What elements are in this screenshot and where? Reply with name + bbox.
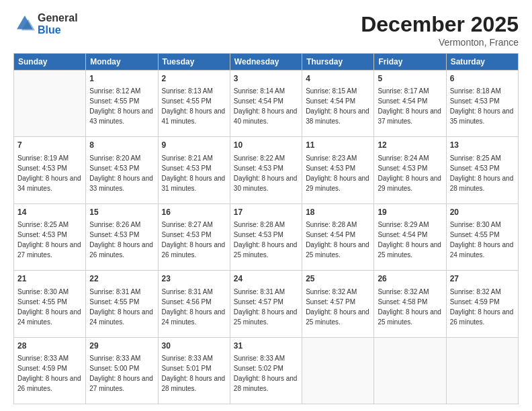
cell-info: Sunrise: 8:32 AMSunset: 4:58 PMDaylight:… xyxy=(378,287,442,327)
logo-icon xyxy=(13,13,35,35)
day-number: 26 xyxy=(378,273,442,285)
cell-info: Sunrise: 8:26 AMSunset: 4:53 PMDaylight:… xyxy=(89,220,154,260)
table-row: 25Sunrise: 8:32 AMSunset: 4:57 PMDayligh… xyxy=(302,271,374,337)
col-wednesday: Wednesday xyxy=(230,54,302,71)
table-row: 19Sunrise: 8:29 AMSunset: 4:54 PMDayligh… xyxy=(374,203,446,270)
day-number: 16 xyxy=(162,207,226,218)
table-row: 29Sunrise: 8:33 AMSunset: 5:00 PMDayligh… xyxy=(86,337,158,404)
day-number: 31 xyxy=(234,340,298,352)
day-number: 8 xyxy=(89,140,154,151)
table-row: 12Sunrise: 8:24 AMSunset: 4:53 PMDayligh… xyxy=(374,137,446,203)
header: General Blue December 2025 Vermonton, Fr… xyxy=(13,12,519,48)
table-row: 6Sunrise: 8:18 AMSunset: 4:53 PMDaylight… xyxy=(446,71,518,137)
table-row: 11Sunrise: 8:23 AMSunset: 4:53 PMDayligh… xyxy=(302,137,374,203)
table-row: 9Sunrise: 8:21 AMSunset: 4:53 PMDaylight… xyxy=(158,137,230,203)
cell-info: Sunrise: 8:33 AMSunset: 5:01 PMDaylight:… xyxy=(162,353,226,394)
col-monday: Monday xyxy=(86,54,158,71)
day-number: 5 xyxy=(378,73,442,85)
day-number: 27 xyxy=(450,273,515,285)
calendar-week-5: 28Sunrise: 8:33 AMSunset: 4:59 PMDayligh… xyxy=(14,337,519,404)
cell-info: Sunrise: 8:30 AMSunset: 4:55 PMDaylight:… xyxy=(450,220,515,260)
cell-info: Sunrise: 8:33 AMSunset: 4:59 PMDaylight:… xyxy=(17,353,82,394)
cell-info: Sunrise: 8:20 AMSunset: 4:53 PMDaylight:… xyxy=(89,153,154,193)
day-number: 29 xyxy=(89,340,154,352)
table-row: 18Sunrise: 8:28 AMSunset: 4:54 PMDayligh… xyxy=(302,203,374,270)
table-row: 1Sunrise: 8:12 AMSunset: 4:55 PMDaylight… xyxy=(86,71,158,137)
cell-info: Sunrise: 8:25 AMSunset: 4:53 PMDaylight:… xyxy=(450,153,515,193)
day-number: 21 xyxy=(17,273,82,285)
cell-info: Sunrise: 8:32 AMSunset: 4:59 PMDaylight:… xyxy=(450,287,515,327)
table-row: 30Sunrise: 8:33 AMSunset: 5:01 PMDayligh… xyxy=(158,337,230,404)
col-sunday: Sunday xyxy=(14,54,86,71)
cell-info: Sunrise: 8:33 AMSunset: 5:00 PMDaylight:… xyxy=(89,353,154,394)
cell-info: Sunrise: 8:17 AMSunset: 4:54 PMDaylight:… xyxy=(378,86,442,126)
table-row: 2Sunrise: 8:13 AMSunset: 4:55 PMDaylight… xyxy=(158,71,230,137)
table-row: 8Sunrise: 8:20 AMSunset: 4:53 PMDaylight… xyxy=(86,137,158,203)
cell-info: Sunrise: 8:33 AMSunset: 5:02 PMDaylight:… xyxy=(234,353,298,394)
main-title: December 2025 xyxy=(361,12,519,37)
table-row: 17Sunrise: 8:28 AMSunset: 4:53 PMDayligh… xyxy=(230,203,302,270)
day-number: 13 xyxy=(450,140,515,151)
calendar-header-row: Sunday Monday Tuesday Wednesday Thursday… xyxy=(14,54,519,71)
table-row: 5Sunrise: 8:17 AMSunset: 4:54 PMDaylight… xyxy=(374,71,446,137)
title-block: December 2025 Vermonton, France xyxy=(361,12,519,48)
cell-info: Sunrise: 8:13 AMSunset: 4:55 PMDaylight:… xyxy=(162,86,226,126)
cell-info: Sunrise: 8:28 AMSunset: 4:53 PMDaylight:… xyxy=(234,220,298,260)
day-number: 9 xyxy=(162,140,226,151)
col-tuesday: Tuesday xyxy=(158,54,230,71)
page: General Blue December 2025 Vermonton, Fr… xyxy=(0,0,532,411)
table-row: 14Sunrise: 8:25 AMSunset: 4:53 PMDayligh… xyxy=(14,203,86,270)
col-thursday: Thursday xyxy=(302,54,374,71)
cell-info: Sunrise: 8:28 AMSunset: 4:54 PMDaylight:… xyxy=(306,220,370,260)
table-row: 15Sunrise: 8:26 AMSunset: 4:53 PMDayligh… xyxy=(86,203,158,270)
table-row: 13Sunrise: 8:25 AMSunset: 4:53 PMDayligh… xyxy=(446,137,518,203)
day-number: 23 xyxy=(162,273,226,285)
cell-info: Sunrise: 8:14 AMSunset: 4:54 PMDaylight:… xyxy=(234,86,298,126)
day-number: 28 xyxy=(17,340,82,352)
cell-info: Sunrise: 8:32 AMSunset: 4:57 PMDaylight:… xyxy=(306,287,370,327)
day-number: 4 xyxy=(306,73,370,85)
day-number: 12 xyxy=(378,140,442,151)
day-number: 1 xyxy=(89,73,154,85)
day-number: 11 xyxy=(306,140,370,151)
day-number: 3 xyxy=(234,73,298,85)
day-number: 25 xyxy=(306,273,370,285)
cell-info: Sunrise: 8:25 AMSunset: 4:53 PMDaylight:… xyxy=(17,220,82,260)
cell-info: Sunrise: 8:24 AMSunset: 4:53 PMDaylight:… xyxy=(378,153,442,193)
table-row xyxy=(14,71,86,137)
cell-info: Sunrise: 8:30 AMSunset: 4:55 PMDaylight:… xyxy=(17,287,82,327)
calendar-week-4: 21Sunrise: 8:30 AMSunset: 4:55 PMDayligh… xyxy=(14,271,519,337)
table-row xyxy=(374,337,446,404)
table-row: 7Sunrise: 8:19 AMSunset: 4:53 PMDaylight… xyxy=(14,137,86,203)
col-saturday: Saturday xyxy=(446,54,518,71)
day-number: 30 xyxy=(162,340,226,352)
table-row: 22Sunrise: 8:31 AMSunset: 4:55 PMDayligh… xyxy=(86,271,158,337)
cell-info: Sunrise: 8:31 AMSunset: 4:56 PMDaylight:… xyxy=(162,287,226,327)
day-number: 6 xyxy=(450,73,515,85)
cell-info: Sunrise: 8:22 AMSunset: 4:53 PMDaylight:… xyxy=(234,153,298,193)
table-row: 26Sunrise: 8:32 AMSunset: 4:58 PMDayligh… xyxy=(374,271,446,337)
day-number: 7 xyxy=(17,140,82,151)
cell-info: Sunrise: 8:27 AMSunset: 4:53 PMDaylight:… xyxy=(162,220,226,260)
table-row: 24Sunrise: 8:31 AMSunset: 4:57 PMDayligh… xyxy=(230,271,302,337)
col-friday: Friday xyxy=(374,54,446,71)
table-row: 23Sunrise: 8:31 AMSunset: 4:56 PMDayligh… xyxy=(158,271,230,337)
cell-info: Sunrise: 8:12 AMSunset: 4:55 PMDaylight:… xyxy=(89,86,154,126)
table-row xyxy=(446,337,518,404)
table-row: 21Sunrise: 8:30 AMSunset: 4:55 PMDayligh… xyxy=(14,271,86,337)
table-row: 16Sunrise: 8:27 AMSunset: 4:53 PMDayligh… xyxy=(158,203,230,270)
table-row: 27Sunrise: 8:32 AMSunset: 4:59 PMDayligh… xyxy=(446,271,518,337)
cell-info: Sunrise: 8:23 AMSunset: 4:53 PMDaylight:… xyxy=(306,153,370,193)
logo-text: General Blue xyxy=(38,12,78,36)
table-row: 3Sunrise: 8:14 AMSunset: 4:54 PMDaylight… xyxy=(230,71,302,137)
table-row xyxy=(302,337,374,404)
subtitle: Vermonton, France xyxy=(361,37,519,48)
cell-info: Sunrise: 8:31 AMSunset: 4:57 PMDaylight:… xyxy=(234,287,298,327)
logo-general-text: General xyxy=(38,12,78,24)
day-number: 20 xyxy=(450,207,515,218)
table-row: 28Sunrise: 8:33 AMSunset: 4:59 PMDayligh… xyxy=(14,337,86,404)
logo: General Blue xyxy=(13,12,78,36)
table-row: 4Sunrise: 8:15 AMSunset: 4:54 PMDaylight… xyxy=(302,71,374,137)
cell-info: Sunrise: 8:15 AMSunset: 4:54 PMDaylight:… xyxy=(306,86,370,126)
day-number: 15 xyxy=(89,207,154,218)
